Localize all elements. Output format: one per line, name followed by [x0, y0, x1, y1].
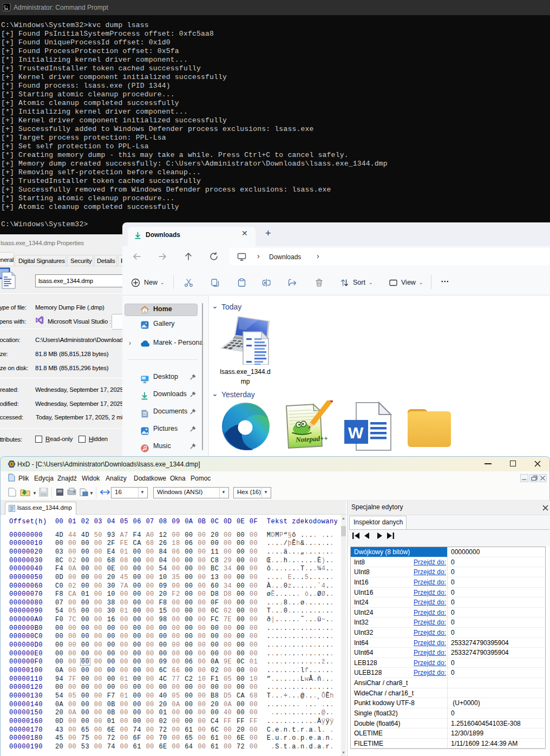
svg-text:Notepad++: Notepad++ [295, 434, 328, 444]
svg-text:W: W [348, 424, 364, 442]
svg-text:C:: C: [4, 5, 8, 9]
